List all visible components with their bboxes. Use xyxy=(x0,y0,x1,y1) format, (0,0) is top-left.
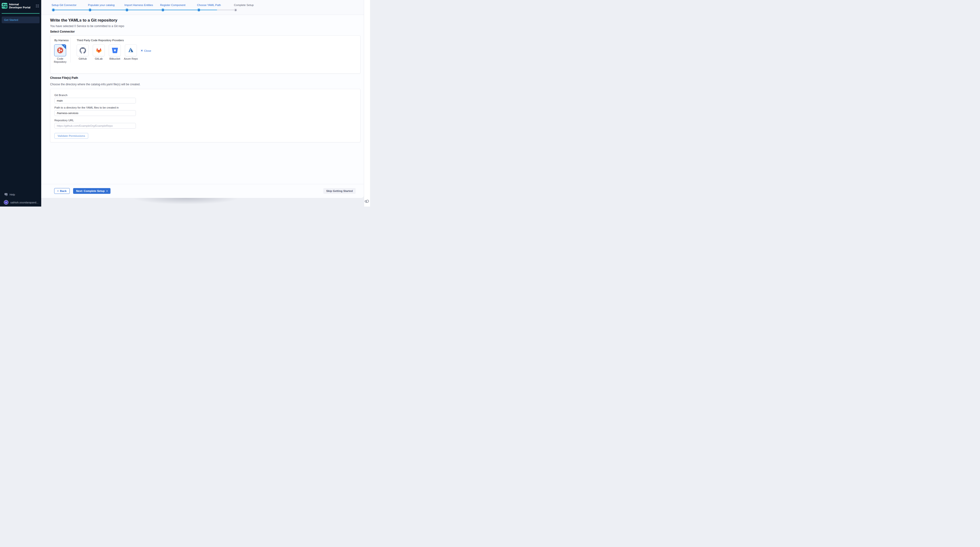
tile-bitbucket[interactable] xyxy=(109,45,121,56)
setup-stepper: Setup Git Connector Populate your catalo… xyxy=(41,0,364,15)
yaml-dir-input[interactable] xyxy=(54,110,136,116)
next-complete-setup-button[interactable]: Next: Complete Setup › xyxy=(73,188,110,194)
skip-getting-started-button[interactable]: Skip Getting Started xyxy=(323,188,356,194)
yaml-dir-label: Path to a directory for the YAML files t… xyxy=(54,106,119,109)
code-repository-git-icon xyxy=(57,47,64,54)
back-button[interactable]: ‹ Back xyxy=(54,188,70,194)
help-label: Help xyxy=(10,193,15,196)
tile-gitlab[interactable] xyxy=(93,45,105,56)
app-title: Internal Developer Portal xyxy=(9,3,31,9)
close-icon: ✕ xyxy=(141,49,143,52)
git-branch-label: Git Branch xyxy=(54,94,67,97)
wizard-footer: ‹ Back Next: Complete Setup › Skip Getti… xyxy=(41,184,364,198)
sidebar-header: Internal Developer Portal xyxy=(0,0,41,9)
stepper-remaining-line xyxy=(217,10,235,10)
validate-permissions-button[interactable]: Validate Permissions xyxy=(54,133,88,139)
step-register-component[interactable]: Register Component xyxy=(160,3,185,6)
step-dot-2[interactable] xyxy=(88,8,92,11)
step-dot-4[interactable] xyxy=(161,8,164,11)
tile-code-repository[interactable]: ✓ xyxy=(54,45,66,56)
step-dot-3[interactable] xyxy=(125,8,129,11)
content-panel: Write the YAMLs to a Git repository You … xyxy=(41,15,364,198)
apps-grid-icon[interactable] xyxy=(36,5,39,8)
git-branch-input[interactable] xyxy=(54,98,136,103)
section-divider xyxy=(70,38,71,62)
step-import-harness-entities[interactable]: Import Harness Entities xyxy=(124,3,153,6)
bitbucket-icon xyxy=(112,48,118,53)
repository-url-input[interactable] xyxy=(54,123,136,129)
close-connector-button[interactable]: ✕ Close xyxy=(141,49,151,52)
repository-url-label: Repository URL xyxy=(54,119,74,122)
sidebar: Internal Developer Portal Get Started ? … xyxy=(0,0,41,207)
sidebar-divider xyxy=(2,13,40,14)
tile-github[interactable] xyxy=(77,45,89,56)
step-choose-yaml-path[interactable]: Choose YAML Path xyxy=(197,3,221,6)
azure-repo-icon xyxy=(128,47,134,53)
help-chat-icon: ? xyxy=(4,192,8,196)
sidebar-item-get-started[interactable]: Get Started xyxy=(2,16,40,23)
user-menu[interactable]: s sathish.soundarapand... xyxy=(4,200,41,205)
choose-files-path-heading: Choose File(s) Path xyxy=(50,76,78,80)
choose-files-path-description: Choose the directory where the catalog-i… xyxy=(50,83,140,86)
select-connector-heading: Select Connector xyxy=(50,30,75,33)
by-harness-label: By Harness xyxy=(54,39,68,42)
tile-label-code-repository: Code Repository xyxy=(51,57,70,64)
tile-azure-repo[interactable] xyxy=(125,45,137,56)
check-icon: ✓ xyxy=(64,45,65,47)
third-party-label: Third Party Code Repository Providers xyxy=(77,39,124,42)
chevron-left-icon: ‹ xyxy=(57,189,59,192)
main-area: Setup Git Connector Populate your catalo… xyxy=(41,0,364,207)
step-dot-5[interactable] xyxy=(197,8,200,11)
help-button[interactable]: ? Help xyxy=(4,192,41,196)
step-dot-1[interactable] xyxy=(52,8,55,11)
svg-text:?: ? xyxy=(5,193,7,195)
close-label: Close xyxy=(144,49,151,52)
step-dot-6 xyxy=(234,8,237,11)
step-setup-git-connector[interactable]: Setup Git Connector xyxy=(51,3,76,6)
scrollbar-gutter xyxy=(364,0,370,207)
chevron-right-icon: › xyxy=(107,189,108,192)
harness-idp-logo-icon xyxy=(2,3,8,9)
page-title: Write the YAMLs to a Git repository xyxy=(50,18,118,23)
user-avatar: s xyxy=(4,200,8,205)
gitlab-icon xyxy=(95,47,102,54)
stepper-progress-line xyxy=(53,10,217,10)
file-path-card: Git Branch Path to a directory for the Y… xyxy=(50,89,360,142)
page-subtitle: You have selected 0 Service to be commit… xyxy=(50,24,124,28)
tile-label-azure-repo: Azure Repo xyxy=(121,57,140,60)
user-name: sathish.soundarapand... xyxy=(10,201,38,204)
connector-card: By Harness ✓ Code Repository Third Party… xyxy=(50,35,360,73)
support-chat-icon[interactable] xyxy=(365,199,369,205)
step-populate-your-catalog[interactable]: Populate your catalog xyxy=(88,3,115,6)
step-complete-setup: Complete Setup xyxy=(234,3,254,6)
github-icon xyxy=(80,47,86,54)
